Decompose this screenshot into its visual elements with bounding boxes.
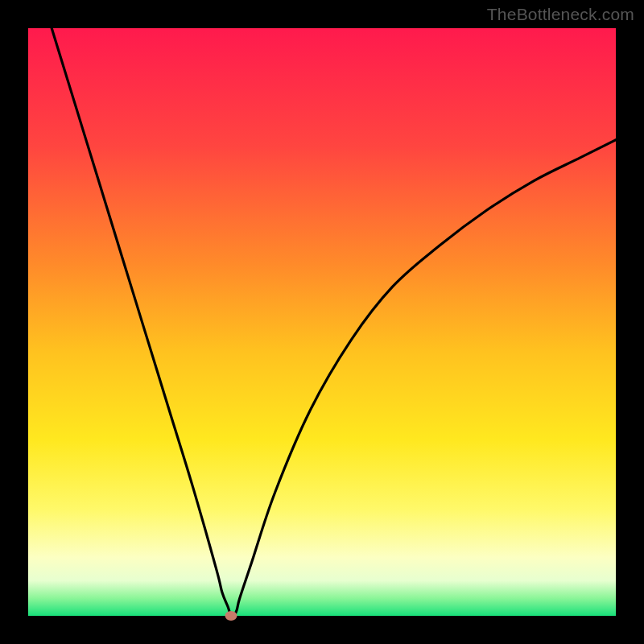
curve-layer (28, 28, 616, 616)
plot-area (28, 28, 616, 616)
minimum-marker (225, 611, 237, 621)
chart-frame: TheBottleneck.com (0, 0, 644, 644)
watermark-text: TheBottleneck.com (487, 5, 634, 24)
bottleneck-curve (52, 28, 616, 616)
